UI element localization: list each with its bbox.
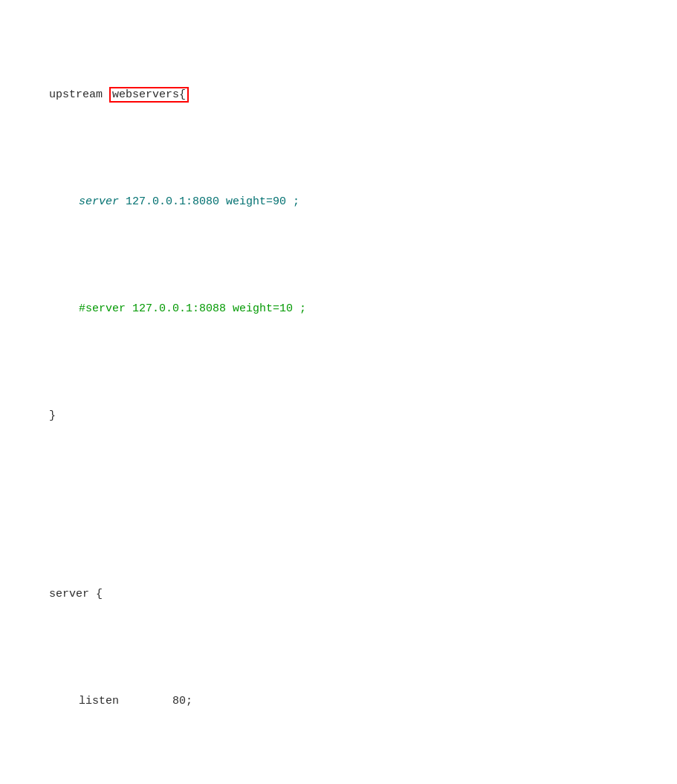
line-server-open: server { bbox=[22, 568, 655, 621]
line-listen: listen 80; bbox=[22, 675, 655, 728]
line-upstream: upstream webservers{ bbox=[22, 68, 655, 122]
code-container: upstream webservers{ server 127.0.0.1:80… bbox=[22, 15, 655, 784]
line-blank1 bbox=[22, 496, 655, 514]
line-server-directive: server 127.0.0.1:8080 weight=90 ; bbox=[22, 175, 655, 229]
line-upstream-close: } bbox=[22, 389, 655, 443]
line-server-commented: #server 127.0.0.1:8088 weight=10 ; bbox=[22, 282, 655, 336]
